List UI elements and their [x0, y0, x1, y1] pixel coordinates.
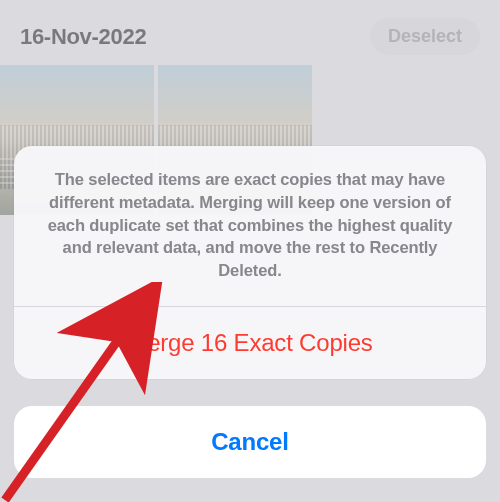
merge-exact-copies-button[interactable]: Merge 16 Exact Copies: [14, 307, 486, 379]
merge-action-sheet: The selected items are exact copies that…: [14, 146, 486, 379]
cancel-button[interactable]: Cancel: [14, 406, 486, 478]
section-date: 16-Nov-2022: [20, 24, 146, 50]
header-bar: 16-Nov-2022 Deselect: [0, 0, 500, 65]
cancel-button-container: Cancel: [14, 406, 486, 478]
deselect-button[interactable]: Deselect: [370, 18, 480, 55]
photos-duplicates-screen: 16-Nov-2022 Deselect The selected items …: [0, 0, 500, 502]
action-sheet-message: The selected items are exact copies that…: [14, 146, 486, 306]
